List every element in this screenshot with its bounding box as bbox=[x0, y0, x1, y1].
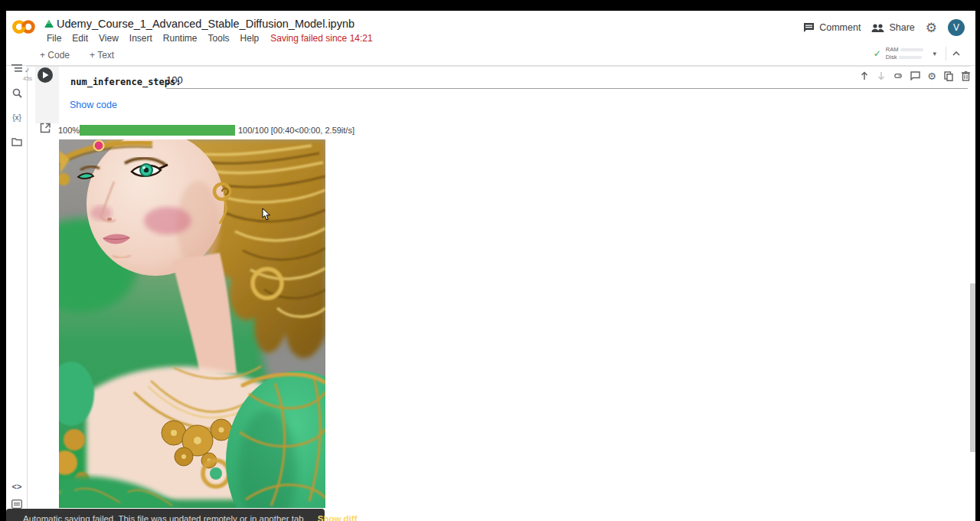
toolbar-right: ✓ RAM Disk ▾ bbox=[874, 46, 962, 61]
menu-help[interactable]: Help bbox=[235, 33, 265, 44]
connected-check-icon: ✓ bbox=[874, 48, 881, 59]
ram-label: RAM bbox=[886, 46, 899, 53]
exec-check-icon: ✓ bbox=[24, 67, 31, 74]
colab-logo[interactable] bbox=[12, 18, 35, 36]
progress-percent: 100% bbox=[58, 126, 80, 135]
notebook-title[interactable]: Udemy_Course_1_Advanced_Stable_Diffusion… bbox=[57, 18, 354, 30]
progress-stats: 100/100 [00:40<00:00, 2.59it/s] bbox=[238, 126, 354, 135]
disk-label: Disk bbox=[886, 54, 897, 61]
mouse-cursor bbox=[262, 208, 271, 221]
cell-output-icon[interactable] bbox=[40, 123, 51, 133]
menu-file[interactable]: File bbox=[41, 33, 67, 44]
star-icon[interactable]: ☆ bbox=[312, 17, 322, 29]
resource-monitor[interactable]: RAM Disk bbox=[886, 46, 924, 61]
colab-app: Udemy_Course_1_Advanced_Stable_Diffusion… bbox=[6, 11, 975, 521]
titlebar: Udemy_Course_1_Advanced_Stable_Diffusion… bbox=[6, 11, 975, 44]
param-value-input[interactable] bbox=[166, 74, 968, 89]
add-code-button[interactable]: + Code bbox=[34, 48, 76, 63]
settings-gear-icon[interactable]: ⚙ bbox=[926, 20, 937, 36]
toolbar-divider bbox=[946, 47, 946, 61]
comment-button[interactable]: Comment bbox=[803, 22, 861, 33]
exec-time: 45s bbox=[23, 75, 32, 82]
param-label: num_inference_steps: bbox=[70, 77, 181, 87]
show-diff-link[interactable]: Show diff bbox=[318, 514, 358, 521]
menu-runtime[interactable]: Runtime bbox=[158, 33, 203, 44]
share-people-icon bbox=[871, 23, 884, 33]
collapse-header-chevron-icon[interactable] bbox=[951, 48, 962, 59]
screen: Udemy_Course_1_Advanced_Stable_Diffusion… bbox=[0, 0, 980, 521]
share-button[interactable]: Share bbox=[871, 22, 914, 33]
saving-status[interactable]: Saving failed since 14:21 bbox=[264, 33, 372, 44]
drive-file-icon bbox=[44, 19, 54, 30]
files-icon[interactable] bbox=[6, 134, 28, 149]
toolbar-left: + Code + Text bbox=[34, 48, 120, 63]
ram-gauge bbox=[900, 48, 923, 51]
comment-label: Comment bbox=[819, 22, 861, 33]
disk-gauge bbox=[899, 56, 922, 59]
show-code-link[interactable]: Show code bbox=[70, 100, 117, 110]
toast-message: Automatic saving failed. This file was u… bbox=[23, 514, 304, 521]
share-label: Share bbox=[889, 22, 914, 33]
code-snippets-icon[interactable]: <> bbox=[6, 479, 28, 494]
comment-icon bbox=[803, 22, 815, 33]
play-icon bbox=[42, 71, 49, 79]
cell-top-border bbox=[28, 66, 970, 67]
avatar[interactable]: V bbox=[948, 19, 965, 36]
header-actions: Comment Share ⚙ V bbox=[803, 19, 965, 36]
menu-view[interactable]: View bbox=[93, 33, 124, 44]
notebook-toolbar: + Code + Text ✓ RAM Disk ▾ bbox=[6, 44, 975, 66]
add-text-button[interactable]: + Text bbox=[83, 48, 120, 63]
run-cell-button[interactable] bbox=[38, 67, 53, 83]
menubar: File Edit View Insert Runtime Tools Help… bbox=[41, 32, 373, 44]
generated-image bbox=[59, 139, 325, 508]
save-failed-toast: Automatic saving failed. This file was u… bbox=[6, 509, 325, 521]
resources-dropdown-caret-icon[interactable]: ▾ bbox=[928, 50, 941, 57]
menu-edit[interactable]: Edit bbox=[67, 33, 93, 44]
progress-bar bbox=[80, 125, 235, 136]
vertical-scrollbar[interactable] bbox=[970, 283, 975, 452]
menu-tools[interactable]: Tools bbox=[203, 33, 235, 44]
search-icon[interactable] bbox=[6, 85, 28, 100]
variables-icon[interactable]: {x} bbox=[6, 110, 28, 125]
menu-insert[interactable]: Insert bbox=[124, 33, 158, 44]
